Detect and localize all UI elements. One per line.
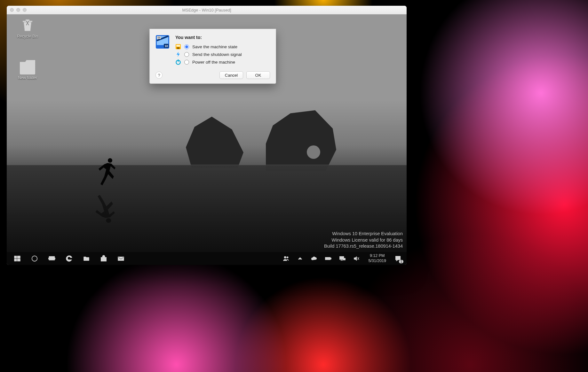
system-tray: 9:12 PM 5/31/2019 1 (282, 253, 407, 263)
dialog-prompt: You want to: (175, 35, 270, 40)
traffic-lights (10, 8, 27, 12)
svg-rect-12 (331, 258, 331, 259)
start-button[interactable] (13, 254, 21, 263)
ok-button[interactable]: OK (246, 71, 270, 79)
svg-rect-8 (101, 257, 107, 261)
desktop-icon-label: Recycle Bin (13, 34, 42, 39)
desktop-icon-label: New folder (13, 76, 42, 80)
cancel-label: Cancel (225, 73, 238, 78)
traffic-minimize[interactable] (16, 8, 20, 12)
option-shutdown-signal-radio[interactable] (184, 52, 189, 57)
window-title: MSEdge - Win10 [Paused] (182, 8, 231, 12)
traffic-zoom[interactable] (23, 8, 27, 12)
cortana-button[interactable] (30, 254, 39, 263)
svg-text:10: 10 (165, 44, 168, 48)
option-label: Power off the machine (192, 60, 235, 65)
taskbar-app-store[interactable] (99, 254, 108, 263)
tray-network-icon[interactable] (338, 254, 346, 263)
save-state-icon (175, 44, 181, 50)
option-save-state[interactable]: Save the machine state (175, 44, 270, 50)
clock-date: 5/31/2019 (368, 259, 386, 264)
tray-action-center-icon[interactable]: 1 (394, 254, 402, 263)
option-label: Send the shutdown signal (192, 52, 242, 57)
vm-window: MSEdge - Win10 [Paused] Recycle Bin New … (7, 6, 407, 265)
watermark-line: Build 17763.rs5_release.180914-1434 (324, 243, 403, 250)
taskbar-app-file-explorer[interactable] (82, 254, 91, 263)
taskbar-left (7, 254, 125, 263)
taskbar-app-mail[interactable] (117, 254, 125, 263)
svg-rect-11 (325, 257, 330, 260)
help-label: ? (158, 73, 160, 78)
tray-onedrive-icon[interactable] (310, 254, 318, 263)
svg-rect-22 (176, 45, 180, 47)
svg-point-9 (284, 257, 286, 259)
watermark-line: Windows 10 Enterprise Evaluation (324, 231, 403, 237)
svg-point-1 (106, 218, 111, 223)
svg-point-10 (287, 257, 288, 258)
svg-point-6 (32, 256, 37, 261)
action-center-badge: 1 (399, 260, 403, 263)
folder-icon (20, 59, 35, 74)
watermark-line: Windows License valid for 86 days (324, 237, 403, 244)
virtualbox-app-icon: 6410 (155, 35, 170, 49)
tray-overflow-chevron-icon[interactable] (296, 254, 304, 263)
svg-rect-5 (17, 259, 20, 261)
desktop-icon-new-folder[interactable]: New folder (13, 59, 42, 80)
svg-rect-3 (17, 256, 20, 258)
cancel-button[interactable]: Cancel (219, 71, 243, 79)
option-label: Save the machine state (192, 44, 237, 49)
ok-label: OK (255, 73, 261, 78)
recycle-bin-icon (20, 18, 35, 33)
option-shutdown-signal[interactable]: Send the shutdown signal (175, 51, 270, 57)
clock-time: 9:12 PM (368, 253, 386, 259)
wallpaper-runner (98, 157, 120, 189)
svg-rect-14 (343, 258, 345, 260)
tray-people-icon[interactable] (282, 254, 290, 263)
option-power-off-radio[interactable] (184, 60, 189, 65)
task-view-button[interactable] (48, 254, 56, 263)
option-power-off[interactable]: Power off the machine (175, 59, 270, 65)
taskbar: 9:12 PM 5/31/2019 1 (7, 252, 407, 265)
option-save-state-radio[interactable] (184, 44, 189, 49)
taskbar-app-edge[interactable] (65, 254, 73, 263)
help-button[interactable]: ? (155, 72, 163, 79)
mac-titlebar[interactable]: MSEdge - Win10 [Paused] (7, 6, 407, 14)
wallpaper-rock (186, 117, 243, 168)
vm-viewport: Recycle Bin New folder Windows 10 Enterp… (7, 14, 407, 265)
svg-rect-4 (14, 259, 17, 261)
svg-point-0 (108, 158, 112, 163)
close-vm-dialog: 6410 You want to: Save the machine state (149, 29, 276, 84)
windows-license-watermark: Windows 10 Enterprise Evaluation Windows… (324, 231, 403, 250)
tray-battery-icon[interactable] (324, 254, 332, 263)
power-off-icon (175, 59, 181, 65)
traffic-close[interactable] (10, 8, 14, 12)
wallpaper-rock-arch (266, 110, 336, 171)
shutdown-signal-icon (175, 51, 181, 57)
svg-rect-25 (178, 59, 179, 62)
desktop-icon-recycle-bin[interactable]: Recycle Bin (13, 18, 42, 39)
svg-rect-2 (14, 256, 17, 258)
svg-rect-7 (49, 257, 55, 260)
tray-volume-icon[interactable] (352, 254, 361, 263)
svg-rect-23 (177, 47, 179, 49)
tray-clock[interactable]: 9:12 PM 5/31/2019 (366, 253, 388, 263)
svg-text:64: 64 (158, 36, 160, 39)
